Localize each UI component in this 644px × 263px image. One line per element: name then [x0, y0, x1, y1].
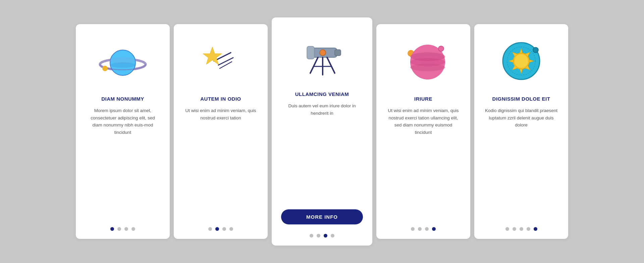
card-3: ULLAMCING VENIAM Duis autem vel eum iriu… [272, 17, 372, 246]
card-1-text: Morem ipsum dolor sit amet, consectetuer… [85, 107, 160, 221]
more-info-button[interactable]: MORE INFO [281, 209, 363, 224]
card-4-text: Ut wisi enim ad minim veniam, quis nostr… [386, 107, 461, 221]
dot [331, 234, 334, 238]
svg-line-18 [327, 57, 335, 73]
card-4-title: IRIURE [414, 96, 432, 102]
dot [317, 234, 320, 238]
dot [425, 227, 429, 231]
svg-line-9 [218, 58, 233, 65]
card-2-dots [208, 221, 233, 231]
dot [324, 234, 327, 238]
card-3-dots [310, 228, 334, 238]
svg-marker-11 [203, 47, 222, 64]
svg-point-36 [515, 54, 528, 68]
dot [229, 227, 233, 231]
cards-container: DIAM NONUMMY Morem ipsum dolor sit amet,… [76, 17, 568, 246]
dot [411, 227, 415, 231]
card-3-title: ULLAMCING VENIAM [295, 91, 349, 97]
shooting-star-icon [194, 34, 248, 88]
dot [222, 227, 226, 231]
svg-point-15 [320, 50, 326, 56]
planet-pink-icon [396, 34, 450, 88]
card-5-title: DIGNISSIM DOLOE EIT [492, 96, 550, 102]
card-2-text: Ut wisi enim ad minim veniam, quis nostr… [183, 107, 258, 221]
card-5-dots [505, 221, 537, 231]
card-4-dots [411, 221, 436, 231]
card-5-text: Kodio dignissim qui blandit praesent lup… [484, 107, 559, 221]
dot [505, 227, 509, 231]
card-1: DIAM NONUMMY Morem ipsum dolor sit amet,… [76, 24, 170, 239]
dot [110, 227, 114, 231]
card-5: DIGNISSIM DOLOE EIT Kodio dignissim qui … [474, 24, 568, 239]
dot [432, 227, 436, 231]
dot [534, 227, 537, 231]
card-1-title: DIAM NONUMMY [101, 96, 144, 102]
svg-point-25 [438, 46, 444, 51]
dot [124, 227, 128, 231]
planet-saturn-icon [96, 34, 150, 88]
card-2-title: AUTEM IN ODIO [200, 96, 241, 102]
svg-line-10 [220, 62, 232, 68]
dot [527, 227, 530, 231]
card-4: IRIURE Ut wisi enim ad minim veniam, qui… [376, 24, 470, 239]
dot [310, 234, 313, 238]
dot [117, 227, 121, 231]
dot [418, 227, 422, 231]
svg-point-24 [410, 64, 445, 71]
telescope-icon [295, 30, 349, 83]
card-1-dots [110, 221, 135, 231]
card-3-text: Duis autem vel eum iriure dolor in hendr… [281, 102, 363, 203]
solar-system-icon [494, 34, 548, 88]
svg-point-4 [110, 62, 136, 68]
dot [131, 227, 135, 231]
dot [513, 227, 516, 231]
dot [215, 227, 219, 231]
svg-rect-14 [335, 50, 341, 56]
svg-point-37 [533, 47, 538, 53]
svg-line-16 [310, 57, 318, 73]
svg-rect-13 [307, 46, 314, 59]
dot [520, 227, 523, 231]
card-2: AUTEM IN ODIO Ut wisi enim ad minim veni… [174, 24, 268, 239]
dot [208, 227, 212, 231]
svg-point-7 [102, 66, 108, 71]
